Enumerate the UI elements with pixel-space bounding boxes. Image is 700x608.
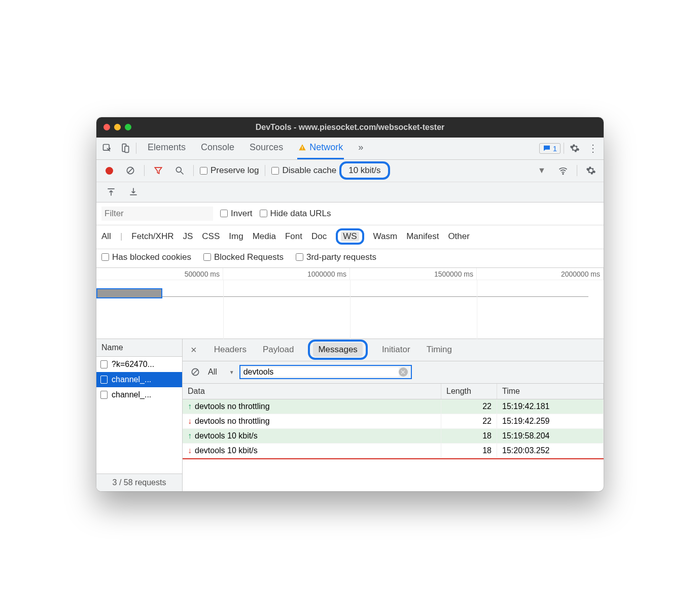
invert-label: Invert [231,209,253,219]
request-row[interactable]: channel_... [96,372,182,387]
preserve-log-input[interactable] [200,167,207,175]
issues-badge[interactable]: 1 [539,143,561,154]
filter-all[interactable]: All [101,231,111,242]
more-tabs-button[interactable]: » [357,138,364,159]
messages-filter-field[interactable]: ✕ [239,365,412,379]
filter-extra-checks: Has blocked cookies Blocked Requests 3rd… [96,249,604,268]
filter-input[interactable] [101,207,213,221]
request-list-header[interactable]: Name [96,339,182,357]
arrow-down-icon: ↓ [188,446,192,455]
close-window-button[interactable] [103,124,110,130]
hide-data-urls-input[interactable] [260,210,267,217]
message-data: ↓devtools 10 kbit/s [183,443,441,458]
filter-doc[interactable]: Doc [311,231,327,242]
timeline-body[interactable] [96,280,604,339]
arrow-up-icon: ↑ [188,431,192,440]
filter-img[interactable]: Img [229,231,243,242]
blocked-requests-checkbox[interactable]: Blocked Requests [203,252,284,262]
timeline-label: 2000000 ms [477,268,604,280]
network-conditions-icon[interactable] [555,163,571,178]
message-length: 22 [441,414,497,428]
disable-cache-input[interactable] [271,167,279,175]
request-row[interactable]: channel_... [96,387,182,402]
blocked-cookies-input[interactable] [101,253,109,261]
timeline-label: 1000000 ms [223,268,350,280]
request-name: channel_... [112,390,151,399]
timeline-selection[interactable] [96,288,162,298]
import-har-icon[interactable] [103,184,119,199]
tab-network[interactable]: Network [297,138,344,159]
kebab-menu-icon[interactable]: ⋮ [585,141,601,156]
tab-headers[interactable]: Headers [212,342,249,358]
filter-wasm[interactable]: Wasm [373,231,398,242]
blocked-cookies-label: Has blocked cookies [112,252,191,262]
messages-table: Data Length Time ↑devtools no throttling… [183,384,604,458]
throttle-dropdown-icon[interactable]: ▼ [534,163,549,178]
network-settings-icon[interactable] [583,163,599,178]
filter-js[interactable]: JS [183,231,193,242]
inspect-element-icon[interactable] [99,141,115,156]
blocked-cookies-checkbox[interactable]: Has blocked cookies [101,252,191,262]
hide-data-urls-label: Hide data URLs [270,209,331,219]
tab-sources[interactable]: Sources [249,138,284,159]
blocked-requests-label: Blocked Requests [214,252,284,262]
col-length[interactable]: Length [441,384,497,399]
svg-rect-3 [302,146,302,148]
divider [136,143,136,154]
search-icon[interactable] [172,163,187,178]
message-row[interactable]: ↑devtools 10 kbit/s1815:19:58.204 [183,428,604,443]
disable-cache-checkbox[interactable]: Disable cache [271,165,336,176]
maximize-window-button[interactable] [125,124,131,130]
export-har-icon[interactable] [126,184,141,199]
overview-timeline[interactable]: 500000 ms 1000000 ms 1500000 ms 2000000 … [96,268,604,339]
settings-icon[interactable] [567,141,582,156]
filter-ws[interactable]: WS [336,228,364,245]
filter-media[interactable]: Media [253,231,276,242]
filter-fetch-xhr[interactable]: Fetch/XHR [131,231,173,242]
tab-elements[interactable]: Elements [147,138,187,159]
invert-input[interactable] [220,210,228,217]
messages-direction-filter[interactable]: All [208,367,234,377]
device-toolbar-icon[interactable] [118,141,133,156]
third-party-checkbox[interactable]: 3rd-party requests [296,252,376,262]
blocked-requests-input[interactable] [203,253,211,261]
filter-manifest[interactable]: Manifest [406,231,439,242]
tab-timing[interactable]: Timing [425,342,454,358]
messages-filter-input[interactable] [243,367,399,377]
divider [265,165,265,176]
filter-other[interactable]: Other [448,231,470,242]
file-icon [100,391,108,399]
message-row[interactable]: ↑devtools no throttling2215:19:42.181 [183,399,604,414]
clear-filter-icon[interactable]: ✕ [399,367,408,377]
invert-checkbox[interactable]: Invert [220,209,253,219]
close-detail-button[interactable]: × [188,344,200,356]
clear-button[interactable] [123,163,138,178]
tab-console[interactable]: Console [200,138,235,159]
col-data[interactable]: Data [183,384,441,399]
message-data: ↓devtools no throttling [183,414,441,428]
tab-initiator[interactable]: Initiator [380,342,412,358]
svg-line-6 [128,168,133,173]
preserve-log-checkbox[interactable]: Preserve log [200,165,259,176]
col-time[interactable]: Time [497,384,604,399]
filter-font[interactable]: Font [285,231,302,242]
issues-count: 1 [553,144,557,153]
filter-toggle-icon[interactable] [151,163,166,178]
tab-messages[interactable]: Messages [308,340,367,360]
throttling-selector[interactable]: 10 kbit/s [339,161,390,180]
message-row[interactable]: ↓devtools 10 kbit/s1815:20:03.252 [183,443,604,458]
arrow-up-icon: ↑ [188,402,192,411]
minimize-window-button[interactable] [114,124,121,130]
third-party-input[interactable] [296,253,303,261]
filter-css[interactable]: CSS [202,231,220,242]
hide-data-urls-checkbox[interactable]: Hide data URLs [260,209,331,219]
svg-line-11 [193,369,198,375]
record-button[interactable] [101,163,117,178]
tab-payload[interactable]: Payload [261,342,296,358]
message-row[interactable]: ↓devtools no throttling2215:19:42.259 [183,414,604,428]
clear-messages-button[interactable] [188,364,203,380]
request-row[interactable]: ?k=62470... [96,357,182,372]
arrow-down-icon: ↓ [188,417,192,425]
chat-icon [543,144,551,152]
request-name: ?k=62470... [112,360,154,369]
